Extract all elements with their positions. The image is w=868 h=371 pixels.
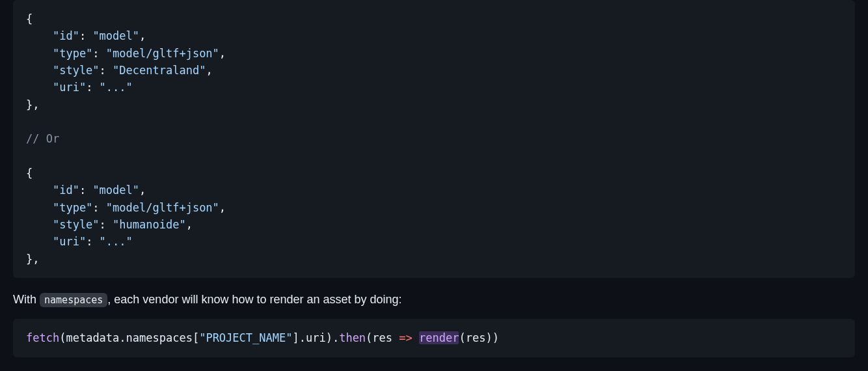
colon: : <box>92 47 105 60</box>
comma: , <box>139 29 146 42</box>
brace-open: { <box>26 12 33 25</box>
code-content: { "id": "model", "type": "model/gltf+jso… <box>26 10 842 268</box>
json-key: "uri" <box>53 235 86 248</box>
json-key: "id" <box>53 29 79 42</box>
paren-close: ) <box>493 331 499 344</box>
expr: metadata.namespaces <box>66 331 192 344</box>
json-str: "..." <box>100 81 133 94</box>
str: "PROJECT_NAME" <box>199 331 292 344</box>
json-key: "id" <box>53 184 79 197</box>
code-block-json[interactable]: { "id": "model", "type": "model/gltf+jso… <box>13 0 855 278</box>
json-str: "model/gltf+json" <box>106 201 219 214</box>
json-key: "uri" <box>53 81 86 94</box>
bracket-close: ] <box>292 331 299 344</box>
colon: : <box>92 201 105 214</box>
json-str: "model" <box>92 184 139 197</box>
colon: : <box>79 29 92 42</box>
json-str: "model" <box>92 29 139 42</box>
fn-fetch: fetch <box>26 331 59 344</box>
code-block-js[interactable]: fetch(metadata.namespaces["PROJECT_NAME"… <box>13 319 855 357</box>
brace-open: { <box>26 167 33 180</box>
brace-close: }, <box>26 253 39 266</box>
json-key: "style" <box>53 218 100 231</box>
json-key: "type" <box>53 47 92 60</box>
expr: .uri <box>299 331 326 344</box>
colon: : <box>86 235 99 248</box>
json-str: "humanoide" <box>113 218 186 231</box>
brace-close: }, <box>26 98 39 111</box>
comma: , <box>186 218 193 231</box>
json-str: "Decentraland" <box>113 64 206 77</box>
colon: : <box>86 81 99 94</box>
arg: res <box>466 331 486 344</box>
arrow: => <box>399 331 412 344</box>
paren-open: ( <box>366 331 372 344</box>
json-key: "style" <box>53 64 100 77</box>
json-str: "model/gltf+json" <box>106 47 219 60</box>
colon: : <box>79 184 92 197</box>
param: res <box>372 331 399 344</box>
comma: , <box>206 64 212 77</box>
json-str: "..." <box>100 235 133 248</box>
json-key: "type" <box>53 201 92 214</box>
text-after: , each vendor will know how to render an… <box>107 293 401 306</box>
text-before: With <box>13 293 40 306</box>
comma: , <box>219 201 226 214</box>
paren-close: ) <box>326 331 332 344</box>
inline-code-namespaces: namespaces <box>40 293 107 307</box>
fn-then: then <box>339 331 366 344</box>
bracket-open: [ <box>193 331 199 344</box>
fn-render-highlight: render <box>419 331 459 344</box>
prose-paragraph: With namespaces, each vendor will know h… <box>13 291 868 309</box>
code-content: fetch(metadata.namespaces["PROJECT_NAME"… <box>26 329 842 346</box>
dot: . <box>332 331 339 344</box>
comma: , <box>139 184 146 197</box>
paren-open: ( <box>459 331 465 344</box>
colon: : <box>100 64 113 77</box>
comma: , <box>219 47 226 60</box>
comment: // Or <box>26 132 59 145</box>
paren-close: ) <box>485 331 492 344</box>
space <box>413 331 419 344</box>
colon: : <box>100 218 113 231</box>
paren-open: ( <box>59 331 66 344</box>
